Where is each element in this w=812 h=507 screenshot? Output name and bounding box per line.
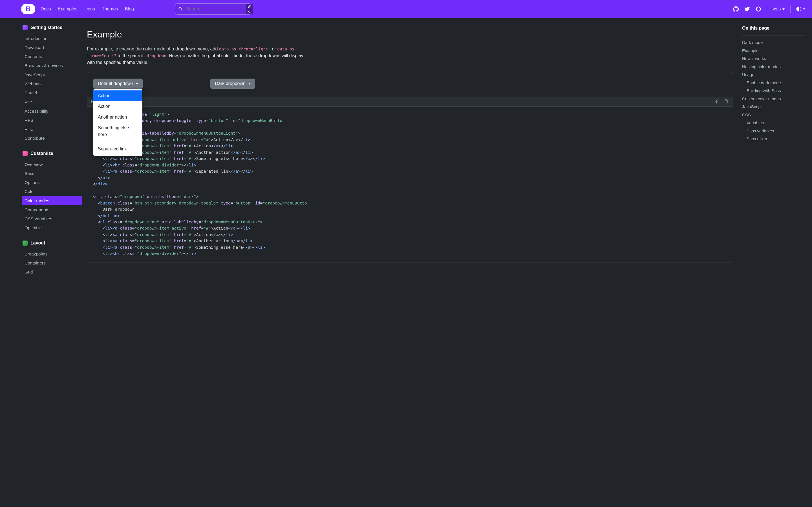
toc-link[interactable]: Nesting color modes [742,63,805,71]
code-block[interactable]: data-bs-theme="light"> tn-secondary drop… [87,107,733,263]
toc-link[interactable]: Sass variables [742,127,805,135]
half-circle-icon [796,6,801,11]
search-input[interactable] [186,6,243,12]
dropdown-menu: Action Action Another action Something e… [93,89,142,156]
version-label: v5.3 [773,6,781,12]
sidebar-item[interactable]: JavaScript [22,70,82,79]
sidebar-item[interactable]: Webpack [22,79,82,88]
version-dropdown[interactable]: v5.3 [773,6,784,12]
toc-link[interactable]: Usage [742,71,805,79]
sidebar-item[interactable]: RFS [22,115,82,124]
theme-toggle[interactable] [796,6,805,11]
nav-divider [790,5,791,13]
chevron-down-icon [782,8,784,10]
dropdown-item[interactable]: Separated link [93,144,142,154]
toc-link[interactable]: JavaScript [742,103,805,111]
toc-link[interactable]: Dark mode [742,39,805,47]
chevron-down-icon [136,83,138,84]
sidebar-item[interactable]: Contribute [22,134,82,143]
sidebar-item[interactable]: CSS variables [22,214,82,223]
svg-point-0 [179,7,182,10]
nav-link-themes[interactable]: Themes [102,6,118,12]
default-dropdown-button[interactable]: Default dropdown [93,78,143,89]
toc-link[interactable]: Example [742,47,805,55]
sidebar-item[interactable]: Options [22,178,82,187]
sidebar-group-getting-started: Getting started Introduction Download Co… [22,24,82,143]
search-kbd: ⌘ K [246,4,253,14]
search-box[interactable]: ⌘ K [175,3,251,15]
example-preview: Default dropdown Dark dropdown Action Ac… [87,72,733,97]
sidebar-item[interactable]: Sass [22,169,82,178]
grid-icon [22,240,28,245]
dropdown-item[interactable]: Action [93,101,142,112]
sidebar-item[interactable]: Optimize [22,223,82,232]
sidebar-item[interactable]: Components [22,205,82,214]
toc-link[interactable]: CSS [742,111,805,119]
toc-heading: On this page [742,25,805,32]
sidebar-group-customize: Customize Overview Sass Options Color Co… [22,150,82,232]
sidebar-item[interactable]: Grid [22,268,82,277]
intro-paragraph: For example, to change the color mode of… [87,46,307,66]
code-inline: .dropdown [144,54,167,58]
example-box: Default dropdown Dark dropdown Action Ac… [87,72,733,263]
sidebar-item-active[interactable]: Color modes [22,196,82,205]
toc-link[interactable]: Building with Sass [742,87,805,95]
nav-links: Docs Examples Icons Themes Blog [41,6,134,12]
toc: On this page Dark mode Example How it wo… [739,18,812,295]
nav-link-examples[interactable]: Examples [57,6,77,12]
sidebar-item[interactable]: Vite [22,98,82,107]
example-toolbar: H [87,97,733,107]
twitter-icon[interactable] [744,6,750,12]
dropdown-item[interactable]: Something else here [93,122,142,140]
chevron-down-icon [248,83,251,84]
code-inline: data-bs-theme="light" [219,47,271,51]
nav-link-blog[interactable]: Blog [125,6,134,12]
dropdown-item-active[interactable]: Action [93,91,142,101]
toc-link[interactable]: How it works [742,55,805,63]
toc-link[interactable]: Enable dark mode [742,79,805,87]
chevron-down-icon [803,8,805,10]
sidebar-heading[interactable]: Customize [22,150,82,157]
toc-link[interactable]: Sass mixin [742,135,805,143]
navbar: B Docs Examples Icons Themes Blog ⌘ K v5… [0,0,812,18]
sidebar-item[interactable]: Contents [22,52,82,61]
brand-letter: B [26,4,31,14]
sidebar-item[interactable]: Color [22,187,82,196]
sidebar-heading[interactable]: Layout [22,240,82,246]
sidebar-item[interactable]: RTL [22,125,82,134]
swatch-icon [22,151,28,156]
nav-link-icons[interactable]: Icons [84,6,95,12]
dark-dropdown-button[interactable]: Dark dropdown [210,78,255,89]
sidebar-item[interactable]: Download [22,43,82,52]
sidebar-heading[interactable]: Getting started [22,24,82,31]
sidebar-item[interactable]: Containers [22,258,82,267]
lightning-icon[interactable] [715,99,720,104]
opencollective-icon[interactable] [756,6,761,12]
book-icon [22,25,28,30]
toc-link[interactable]: Custom color modes [742,95,805,103]
sidebar-item[interactable]: Introduction [22,34,82,43]
nav-link-docs[interactable]: Docs [41,6,51,12]
dropdown-item[interactable]: Another action [93,112,142,122]
sidebar-item[interactable]: Parcel [22,89,82,98]
github-icon[interactable] [733,6,739,12]
sidebar-group-layout: Layout Breakpoints Containers Grid [22,240,82,277]
clipboard-icon[interactable] [724,99,729,104]
sidebar-item[interactable]: Accessibility [22,107,82,115]
search-icon [178,6,183,12]
brand-logo[interactable]: B [22,4,34,14]
svg-line-1 [181,10,183,11]
sidebar-item[interactable]: Browsers & devices [22,61,82,70]
sidebar: Getting started Introduction Download Co… [0,18,85,295]
section-heading: Example [87,27,733,41]
nav-right: v5.3 [733,5,805,13]
toc-link[interactable]: Variables [742,119,805,127]
sidebar-item[interactable]: Overview [22,160,82,169]
sidebar-item[interactable]: Breakpoints [22,249,82,258]
main-content: Example For example, to change the color… [85,18,739,295]
